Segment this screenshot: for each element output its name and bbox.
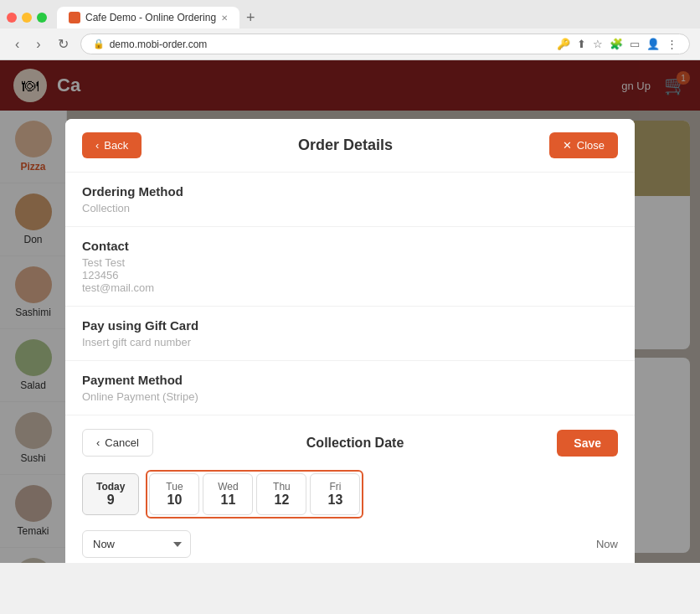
contact-title: Contact (82, 239, 618, 253)
collection-date-title: Collection Date (153, 436, 557, 451)
close-button[interactable]: ✕ Close (549, 132, 618, 158)
time-display-label: Now (596, 538, 618, 550)
url-action-icons: 🔑 ⬆ ☆ 🧩 ▭ 👤 ⋮ (557, 38, 677, 50)
date-fri-label: Fri (324, 481, 346, 493)
sidebar-icon: ▭ (630, 38, 640, 50)
date-fri-num: 13 (324, 493, 346, 508)
key-icon: 🔑 (557, 38, 570, 50)
modal-overlay: ‹ Back Order Details ✕ Close Ordering Me… (0, 60, 700, 563)
payment-section: Payment Method Online Payment (Stripe) (65, 361, 635, 415)
collection-date-section: ‹ Cancel Collection Date Save Today 9 Tu… (65, 415, 635, 563)
date-selector: Today 9 Tue 10 Wed 11 Thu (82, 470, 618, 519)
profile-icon: 👤 (646, 38, 660, 50)
date-wed-num: 11 (217, 493, 239, 508)
new-tab-button[interactable]: + (239, 9, 262, 27)
browser-chrome: Cafe Demo - Online Ordering ✕ + ‹ › ↻ 🔒 … (0, 0, 700, 60)
ordering-method-section: Ordering Method Collection (65, 173, 635, 227)
highlighted-dates-group: Tue 10 Wed 11 Thu 12 Fri (146, 470, 363, 519)
close-x-icon: ✕ (563, 139, 572, 152)
cancel-chevron-icon: ‹ (96, 436, 100, 449)
gift-card-title: Pay using Gift Card (82, 318, 618, 333)
forward-nav-button[interactable]: › (31, 35, 45, 54)
url-text: demo.mobi-order.com (110, 39, 208, 50)
payment-title: Payment Method (82, 373, 618, 387)
contact-section: Contact Test Test 123456 test@mail.com (65, 227, 635, 307)
gift-card-section: Pay using Gift Card Insert gift card num… (65, 307, 635, 361)
url-box[interactable]: 🔒 demo.mobi-order.com 🔑 ⬆ ☆ 🧩 ▭ 👤 ⋮ (80, 34, 690, 54)
date-thu[interactable]: Thu 12 (256, 473, 306, 515)
date-tue-num: 10 (163, 493, 185, 508)
date-wed-label: Wed (217, 481, 239, 493)
menu-icon: ⋮ (667, 38, 677, 50)
date-fri[interactable]: Fri 13 (310, 473, 360, 515)
contact-name: Test Test (82, 256, 618, 269)
modal-title: Order Details (142, 137, 549, 154)
date-wed[interactable]: Wed 11 (203, 473, 253, 515)
gift-card-placeholder: Insert gift card number (82, 336, 618, 348)
back-chevron-icon: ‹ (95, 139, 99, 152)
modal-header: ‹ Back Order Details ✕ Close (65, 119, 635, 173)
address-bar: ‹ › ↻ 🔒 demo.mobi-order.com 🔑 ⬆ ☆ 🧩 ▭ 👤 … (0, 28, 700, 59)
back-button[interactable]: ‹ Back (82, 132, 142, 158)
date-tue-label: Tue (163, 481, 185, 493)
cancel-button[interactable]: ‹ Cancel (82, 429, 153, 457)
date-today-num: 9 (96, 493, 125, 508)
collection-header: ‹ Cancel Collection Date Save (82, 429, 618, 457)
date-today-label: Today (96, 481, 125, 493)
contact-email: test@mail.com (82, 281, 618, 294)
date-today[interactable]: Today 9 (82, 473, 139, 515)
date-thu-num: 12 (270, 493, 292, 508)
contact-phone: 123456 (82, 269, 618, 281)
tab-favicon (69, 12, 80, 23)
minimize-window-button[interactable] (22, 13, 32, 23)
extension-icon: 🧩 (610, 38, 623, 50)
save-button[interactable]: Save (557, 430, 618, 457)
time-select[interactable]: Now (82, 530, 191, 558)
fullscreen-window-button[interactable] (37, 13, 47, 23)
ordering-method-title: Ordering Method (82, 184, 618, 199)
window-controls (7, 13, 47, 23)
payment-value: Online Payment (Stripe) (82, 390, 618, 403)
reload-button[interactable]: ↻ (53, 34, 74, 54)
date-tue[interactable]: Tue 10 (149, 473, 199, 515)
tab-close-button[interactable]: ✕ (221, 13, 228, 23)
page-background: 🍽 Ca gn Up 🛒 1 Pizza Don Sashimi Salad (0, 60, 700, 563)
time-selector-row: Now Now (82, 530, 618, 558)
close-window-button[interactable] (7, 13, 17, 23)
tab-bar: Cafe Demo - Online Ordering ✕ + (0, 0, 700, 28)
active-tab[interactable]: Cafe Demo - Online Ordering ✕ (57, 7, 239, 28)
date-thu-label: Thu (270, 481, 292, 493)
share-icon: ⬆ (577, 38, 586, 50)
order-details-modal: ‹ Back Order Details ✕ Close Ordering Me… (65, 119, 635, 563)
tab-title: Cafe Demo - Online Ordering (85, 12, 216, 23)
bookmark-icon: ☆ (593, 38, 603, 50)
ordering-method-value: Collection (82, 202, 618, 214)
back-nav-button[interactable]: ‹ (10, 35, 24, 54)
lock-icon: 🔒 (93, 39, 105, 49)
